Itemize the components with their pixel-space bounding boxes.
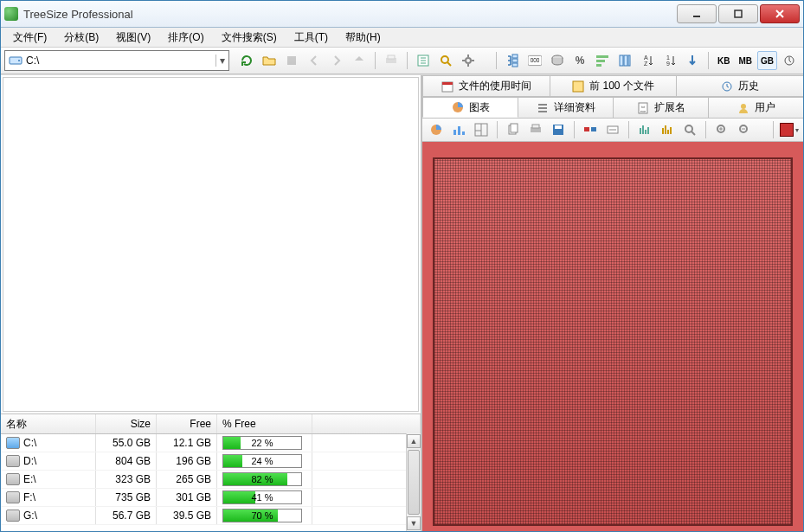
- svg-rect-47: [511, 124, 518, 132]
- table-row[interactable]: E:\323 GB265 GB82 %: [1, 471, 421, 489]
- chart-zoomin-button[interactable]: [711, 119, 732, 140]
- drive-name: G:\: [23, 510, 37, 522]
- chart-limit-button[interactable]: [657, 119, 678, 140]
- refresh-button[interactable]: [236, 50, 257, 71]
- chart-print-button[interactable]: [525, 119, 546, 140]
- chart-levels-button[interactable]: [634, 119, 655, 140]
- export-button[interactable]: [413, 50, 434, 71]
- main-toolbar: C:\ ▾ 000 % AZ 19 KB MB GB: [1, 48, 803, 74]
- pie-icon: [452, 101, 464, 113]
- svg-point-38: [741, 104, 746, 109]
- chart-treemap-button[interactable]: [471, 119, 492, 140]
- svg-rect-6: [287, 56, 296, 65]
- table-row[interactable]: C:\55.0 GB12.1 GB22 %: [1, 434, 421, 452]
- print-button[interactable]: [381, 50, 402, 71]
- cell-free: 301 GB: [157, 489, 217, 506]
- search-button[interactable]: [435, 50, 456, 71]
- sort-az-button[interactable]: AZ: [637, 50, 658, 71]
- show-bars-button[interactable]: [592, 50, 613, 71]
- tab-label: 前 100 个文件: [589, 79, 654, 93]
- chart-bar-button[interactable]: [448, 119, 469, 140]
- forward-button[interactable]: [326, 50, 347, 71]
- color-swatch-icon: [780, 123, 794, 137]
- chart-zoom-button[interactable]: [679, 119, 700, 140]
- unit-label: MB: [738, 56, 752, 66]
- unit-mb-button[interactable]: MB: [735, 51, 756, 70]
- tab-history[interactable]: 历史: [676, 75, 803, 96]
- maximize-icon: [733, 9, 743, 19]
- table-row[interactable]: F:\735 GB301 GB41 %: [1, 489, 421, 507]
- unit-kb-button[interactable]: KB: [714, 51, 733, 70]
- percent-button[interactable]: %: [569, 50, 590, 71]
- forward-icon: [330, 54, 344, 67]
- tab-chart[interactable]: 图表: [422, 97, 518, 118]
- chart-labels-button[interactable]: [602, 119, 623, 140]
- tab-file-age[interactable]: 文件的使用时间: [422, 75, 550, 96]
- tab-details[interactable]: 详细资料: [518, 97, 614, 118]
- back-icon: [307, 54, 321, 67]
- col-pfree[interactable]: % Free: [217, 414, 312, 433]
- table-row[interactable]: D:\804 GB196 GB24 %: [1, 452, 421, 471]
- menu-search[interactable]: 文件搜索(S): [213, 28, 286, 47]
- tree-mode-button[interactable]: [502, 50, 523, 71]
- auto-unit-button[interactable]: [779, 50, 800, 71]
- allocated-button[interactable]: [547, 50, 568, 71]
- menu-help[interactable]: 帮助(H): [337, 28, 389, 47]
- options-button[interactable]: [458, 50, 479, 71]
- path-combo-value: C:\: [26, 54, 39, 67]
- svg-rect-53: [591, 127, 596, 131]
- col-free[interactable]: Free: [157, 414, 217, 433]
- svg-rect-19: [596, 55, 608, 58]
- minimize-button[interactable]: [677, 4, 717, 23]
- sort-19-button[interactable]: 19: [659, 50, 680, 71]
- table-row[interactable]: G:\56.7 GB39.5 GB70 %: [1, 507, 421, 525]
- refresh-icon: [240, 54, 254, 67]
- menu-sort[interactable]: 排序(O): [159, 28, 212, 47]
- menu-tools[interactable]: 工具(T): [286, 28, 337, 47]
- chart-area[interactable]: [422, 142, 803, 531]
- tree-view[interactable]: [3, 77, 419, 412]
- stop-button[interactable]: [281, 50, 302, 71]
- scroll-down-button[interactable]: ▼: [407, 516, 421, 530]
- chart-zoomout-button[interactable]: [734, 119, 755, 140]
- up-button[interactable]: [349, 50, 370, 71]
- chart-pie-button[interactable]: [426, 119, 447, 140]
- back-button[interactable]: [304, 50, 325, 71]
- drive-icon: [6, 473, 20, 485]
- tree-icon: [505, 54, 519, 67]
- columns-button[interactable]: [614, 50, 635, 71]
- cell-rest: [312, 452, 421, 470]
- col-name[interactable]: 名称: [1, 414, 96, 433]
- menu-view[interactable]: 视图(V): [107, 28, 159, 47]
- tab-top-100[interactable]: 前 100 个文件: [550, 75, 678, 96]
- tab-extensions[interactable]: txtexe 扩展名: [613, 97, 709, 118]
- tab-users[interactable]: 用户: [708, 97, 803, 118]
- digit-grouping-button[interactable]: 000: [524, 50, 545, 71]
- folder-open-icon: [262, 54, 276, 67]
- cell-pfree: 41 %: [217, 489, 312, 506]
- cell-rest: [312, 507, 421, 524]
- zoom-out-icon: [737, 123, 751, 137]
- menu-branch[interactable]: 分枝(B): [55, 28, 107, 47]
- toolbar-separator: [574, 121, 575, 138]
- scroll-up-button[interactable]: ▲: [407, 434, 421, 448]
- menu-file[interactable]: 文件(F): [4, 28, 55, 47]
- chart-copy-button[interactable]: [503, 119, 524, 140]
- system-drive-icon: [6, 437, 20, 449]
- unit-label: KB: [717, 56, 730, 66]
- svg-rect-13: [512, 54, 518, 58]
- unit-gb-button[interactable]: GB: [757, 51, 777, 70]
- drive-table-scrollbar[interactable]: ▲ ▼: [406, 433, 421, 531]
- chart-save-button[interactable]: [548, 119, 569, 140]
- scroll-thumb[interactable]: [408, 450, 420, 515]
- treemap-root-block[interactable]: [433, 157, 793, 526]
- col-size[interactable]: Size: [96, 414, 157, 433]
- close-button[interactable]: [760, 4, 800, 23]
- maximize-button[interactable]: [718, 4, 758, 23]
- open-folder-button[interactable]: [259, 50, 280, 71]
- sort-desc-button[interactable]: [682, 50, 703, 71]
- chart-3d-button[interactable]: [580, 119, 601, 140]
- tab-label: 历史: [738, 79, 759, 93]
- chart-color-button[interactable]: ▾: [779, 119, 800, 140]
- path-combo[interactable]: C:\ ▾: [4, 50, 229, 71]
